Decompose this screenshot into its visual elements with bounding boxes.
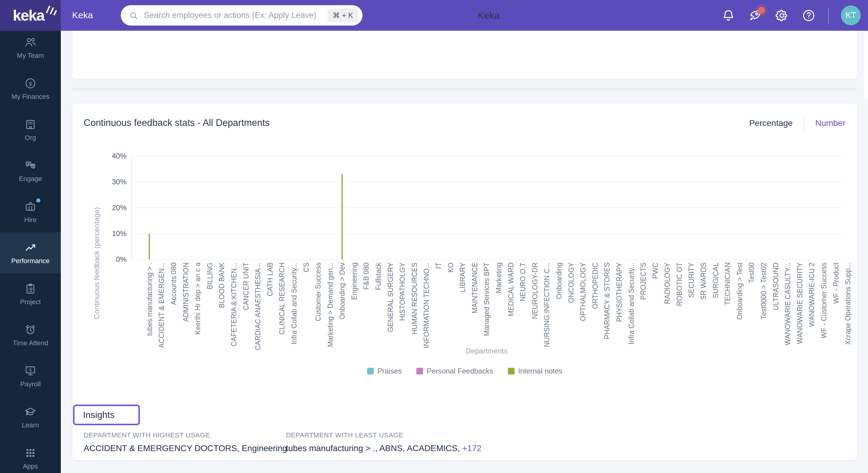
x-axis-label: ORTHOPEDIC xyxy=(589,262,601,354)
notifications-button[interactable] xyxy=(721,8,736,23)
x-axis-label: Customer Success xyxy=(312,262,324,354)
legend-swatch xyxy=(508,368,515,374)
legend-swatch xyxy=(416,368,423,374)
my-finances-icon: $ xyxy=(24,77,37,90)
card-title: Continuous feedback stats - All Departme… xyxy=(84,118,270,128)
sidebar-item-label: Hire xyxy=(24,216,36,224)
topbar-divider xyxy=(828,8,829,24)
sidebar-item-my-team[interactable]: My Team xyxy=(0,31,61,68)
y-tick-label: 20% xyxy=(98,203,126,213)
settings-button[interactable] xyxy=(775,8,789,23)
gridline xyxy=(131,156,842,156)
x-axis-label: Keerthi Hr dep > an c a xyxy=(192,262,204,354)
x-axis-label: TECHNICIAN xyxy=(721,262,734,354)
sidebar-item-org[interactable]: Org xyxy=(0,109,61,150)
sidebar-item-label: Project xyxy=(20,298,41,306)
bar-internal-notes xyxy=(149,233,150,259)
bar-internal-notes xyxy=(342,174,343,260)
x-axis-label: BILLING xyxy=(204,262,216,354)
x-axis-label: WANOWARIE-ICU 2 xyxy=(806,262,818,354)
sidebar-item-apps[interactable]: Apps xyxy=(0,438,61,473)
x-axis-label: ACCIDENT & EMERGEN... xyxy=(155,262,167,354)
x-axis-label: HISTOPATHOLGY xyxy=(396,262,408,354)
sidebar-item-my-finances[interactable]: $My Finances xyxy=(0,68,61,109)
x-axis-label: ONCOLOGY xyxy=(565,262,577,354)
x-axis-label: CATH LAB xyxy=(264,262,276,354)
x-axis-label: Onboarding xyxy=(553,262,565,354)
x-axis-label: tubes manufacturing > . xyxy=(144,262,156,354)
x-axis-label: Infra Collab and Security... xyxy=(288,262,300,354)
legend-item-internal-notes[interactable]: Internal notes xyxy=(508,367,562,375)
user-avatar[interactable]: KT xyxy=(841,5,861,25)
hire-notification-dot xyxy=(34,196,42,204)
x-axis-label: RADIOLOGY xyxy=(661,262,673,354)
keka-logo-rays-icon xyxy=(45,4,58,16)
x-axis-label: IT xyxy=(432,262,445,354)
x-axis-label: CS xyxy=(300,262,312,354)
sidebar-item-label: Payroll xyxy=(20,380,40,388)
x-axis-label: WANOWARIE SECURITY xyxy=(794,262,806,354)
legend-swatch xyxy=(367,368,374,374)
search-input[interactable] xyxy=(143,10,328,20)
keka-logo-text: keka xyxy=(13,7,44,24)
x-axis-label: ADMINISTRATION xyxy=(180,262,192,354)
sidebar-item-hire[interactable]: Hire xyxy=(0,191,61,232)
x-axis-label: GENERAL SURGERY xyxy=(384,262,397,354)
legend-label: Praises xyxy=(377,367,402,375)
x-axis-label: PHARMACY & STORES xyxy=(601,262,613,354)
y-tick-label: 30% xyxy=(98,177,126,187)
sidebar-item-learn[interactable]: Learn xyxy=(0,397,61,438)
apps-icon xyxy=(24,446,37,459)
x-axis-label: Onboarding > Dev xyxy=(336,262,348,354)
y-tick-label: 40% xyxy=(98,151,126,161)
svg-text:$: $ xyxy=(29,367,32,373)
sidebar-item-project[interactable]: Project xyxy=(0,274,61,315)
x-axis-label: ULTRASOUND xyxy=(770,262,782,354)
sidebar-item-label: My Finances xyxy=(11,93,50,101)
x-axis-label: ROBOTIC OT xyxy=(673,262,685,354)
x-axis-label: KO xyxy=(445,262,457,354)
x-axis-label: Test00 xyxy=(745,262,757,354)
insight-least-usage: DEPARTMENT WITH LEAST USAGE tubes manufa… xyxy=(286,431,482,453)
x-axis-label: Test0000 > Test02 xyxy=(757,262,770,354)
sidebar-item-time-attend[interactable]: Time Attend xyxy=(0,315,61,355)
gear-icon xyxy=(775,8,789,23)
scrollbar-thumb[interactable] xyxy=(864,32,867,99)
keka-logo[interactable]: keka xyxy=(0,0,61,31)
keka-app-screen: keka Keka ⌘ + K Keka xyxy=(0,0,868,473)
my-team-icon xyxy=(24,36,37,49)
x-axis-label: Infra Collab and Security... xyxy=(625,262,638,354)
sidebar-item-payroll[interactable]: $Payroll xyxy=(0,355,61,397)
x-axis-label: NEURO O.T xyxy=(517,262,529,354)
question-circle-icon xyxy=(801,8,816,23)
x-axis-label: F&B 080 xyxy=(360,262,372,354)
sidebar-item-label: Org xyxy=(25,134,36,142)
chart-legend: PraisesPersonal FeedbacksInternal notes xyxy=(72,367,857,375)
nav-title: Keka xyxy=(72,10,93,20)
time-attend-icon xyxy=(24,323,37,336)
whats-new-button[interactable] xyxy=(748,8,763,23)
sidebar-item-performance[interactable]: Performance xyxy=(0,232,61,274)
x-axis-label: PROJECTS xyxy=(637,262,649,354)
global-search[interactable]: ⌘ + K xyxy=(121,5,363,26)
sidebar-nav: My Team$My FinancesOrgEngageHirePerforma… xyxy=(0,31,61,473)
learn-icon xyxy=(24,406,37,418)
sidebar-item-label: Time Attend xyxy=(13,339,49,347)
legend-item-personal-feedbacks[interactable]: Personal Feedbacks xyxy=(416,367,493,375)
x-axis-label: SURGICAL xyxy=(710,262,722,354)
legend-label: Internal notes xyxy=(518,367,562,375)
legend-label: Personal Feedbacks xyxy=(427,367,493,375)
sidebar-item-engage[interactable]: Engage xyxy=(0,150,61,191)
toggle-percentage[interactable]: Percentage xyxy=(749,118,793,128)
engage-icon xyxy=(24,159,37,172)
legend-item-praises[interactable]: Praises xyxy=(367,367,402,375)
more-departments-link[interactable]: +172 xyxy=(462,443,482,453)
x-axis-label: LIBRARY xyxy=(457,262,469,354)
x-axis-label: BLOOD BANK xyxy=(216,262,228,354)
x-axis-label: CLINICAL RESEARCH xyxy=(276,262,288,354)
insights-heading[interactable]: Insights xyxy=(73,405,140,425)
x-axis-label: NEUROLOGY-DR xyxy=(529,262,541,354)
help-button[interactable] xyxy=(801,8,816,23)
toggle-number[interactable]: Number xyxy=(815,118,845,128)
x-axis-label: Managed Services BPT xyxy=(480,262,493,354)
